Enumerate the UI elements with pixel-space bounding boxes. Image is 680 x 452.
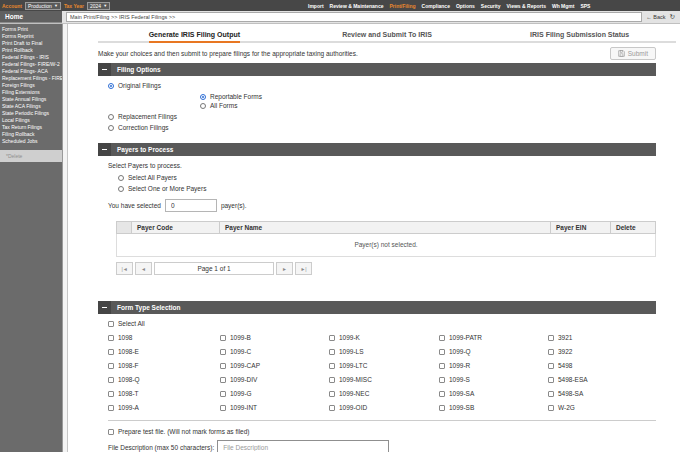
tab-iris-filing-submission-status[interactable]: IRIS Filing Submission Status (483, 27, 676, 41)
selected-count-suffix: payer(s). (221, 202, 247, 209)
menu-security[interactable]: Security (481, 3, 501, 9)
form-type-1099-b[interactable]: 1099-B (220, 334, 329, 341)
form-type-3922[interactable]: 3922 (548, 348, 656, 355)
sidebar-item-filing-extensions[interactable]: Filing Extensions (0, 89, 62, 96)
content: Generate IRIS Filing OutputReview and Su… (68, 24, 680, 452)
menu-compliance[interactable]: Compliance (422, 3, 450, 9)
form-type-1099-cap[interactable]: 1099-CAP (220, 362, 329, 369)
form-type-1099-sa[interactable]: 1099-SA (439, 390, 548, 397)
form-type-3921[interactable]: 3921 (548, 334, 656, 341)
form-type-1099-s[interactable]: 1099-S (439, 376, 548, 383)
form-type-1099-a[interactable]: 1099-A (108, 404, 220, 411)
file-description-input[interactable] (217, 440, 389, 452)
form-type-label: 1099-Q (449, 348, 471, 355)
menu-sps[interactable]: SPS (580, 3, 590, 9)
form-type-1098-q[interactable]: 1098-Q (108, 376, 220, 383)
sidebar-item-print-rollback[interactable]: Print Rollback (0, 47, 62, 54)
form-type-5498-sa[interactable]: 5498-SA (548, 390, 656, 397)
sidebar-item-forms-reprint[interactable]: Forms Reprint (0, 33, 62, 40)
sidebar-item-state-aca-filings[interactable]: State ACA Filings (0, 103, 62, 110)
sidebar-item-tax-return-filings[interactable]: Tax Return Filings (0, 124, 62, 131)
refresh-icon[interactable]: ↻ (670, 12, 675, 22)
checkbox-icon (108, 377, 114, 383)
form-type-1099-ls[interactable]: 1099-LS (329, 348, 439, 355)
sidebar-item-state-annual-filings[interactable]: State Annual Filings (0, 96, 62, 103)
menu-import[interactable]: Import (308, 3, 324, 9)
form-type-1099-q[interactable]: 1099-Q (439, 348, 548, 355)
tax-year-select[interactable]: 2024 ▼ (87, 2, 110, 10)
form-type-label: 1099-NEC (339, 390, 369, 397)
sidebar-item-foreign-filings[interactable]: Foreign Filings (0, 82, 62, 89)
form-type-1099-sb[interactable]: 1099-SB (439, 404, 548, 411)
radio-correction-filings[interactable]: Correction Filings (108, 124, 656, 131)
account-select-value: Production (28, 3, 52, 9)
form-type-1099-k[interactable]: 1099-K (329, 334, 439, 341)
menu-review-maintenance[interactable]: Review & Maintenance (330, 3, 384, 9)
radio-replacement-filings[interactable]: Replacement Filings (108, 113, 656, 120)
tab-bar: Generate IRIS Filing OutputReview and Su… (98, 27, 676, 43)
sidebar-item-scheduled-jobs[interactable]: Scheduled Jobs (0, 138, 62, 145)
checkbox-prepare-test-file[interactable]: Prepare test file. (Will not mark forms … (108, 428, 656, 435)
sidebar-item-forms-print[interactable]: Forms Print (0, 26, 62, 33)
sidebar-item-print-draft-to-final[interactable]: Print Draft to Final (0, 40, 62, 47)
form-type-1099-misc[interactable]: 1099-MISC (329, 376, 439, 383)
selected-count-input[interactable] (165, 199, 217, 212)
last-page-button[interactable]: ►| (295, 262, 312, 275)
sidebar-item-federal-filings-fire-w-2[interactable]: Federal Filings- FIRE/W-2 (0, 61, 62, 68)
account-select[interactable]: Production ▼ (25, 2, 61, 10)
next-page-button[interactable]: ► (276, 262, 293, 275)
radio-original-filings[interactable]: Original Filings (108, 82, 656, 89)
first-page-button[interactable]: |◄ (116, 262, 133, 275)
form-type-1099-int[interactable]: 1099-INT (220, 404, 329, 411)
chevron-down-icon: ▼ (54, 3, 58, 8)
back-button[interactable]: ← Back (646, 14, 665, 20)
sidebar-item-federal-filings-iris[interactable]: Federal Filings - IRIS (0, 54, 62, 61)
menu-print-filing[interactable]: Print/Filing (389, 3, 415, 9)
radio-select-all-payers[interactable]: Select All Payers (118, 174, 656, 181)
sidebar-item-filing-rollback[interactable]: Filing Rollback (0, 131, 62, 138)
prev-page-button[interactable]: ◄ (135, 262, 152, 275)
column-header-payer-name: Payer Name (220, 222, 551, 233)
form-type-1099-g[interactable]: 1099-G (220, 390, 329, 397)
form-type-1099-patr[interactable]: 1099-PATR (439, 334, 548, 341)
menu-options[interactable]: Options (456, 3, 475, 9)
form-type-1099-div[interactable]: 1099-DIV (220, 376, 329, 383)
original-filings-subgroup: Reportable Forms All Forms (200, 93, 656, 109)
radio-select-one-or-more-payers[interactable]: Select One or More Payers (118, 185, 656, 192)
sidebar-header-home[interactable]: Home (0, 11, 62, 23)
back-arrow-icon: ← (646, 14, 652, 20)
form-type-label: 1099-MISC (339, 376, 372, 383)
radio-all-forms[interactable]: All Forms (200, 102, 656, 109)
collapse-icon[interactable] (98, 301, 111, 314)
form-type-5498[interactable]: 5498 (548, 362, 656, 369)
form-type-1098-f[interactable]: 1098-F (108, 362, 220, 369)
checkbox-select-all[interactable]: Select All (108, 320, 656, 327)
sidebar-item-state-periodic-filings[interactable]: State Periodic Filings (0, 110, 62, 117)
form-type-1099-nec[interactable]: 1099-NEC (329, 390, 439, 397)
menu-views-reports[interactable]: Views & Reports (507, 3, 546, 9)
tab-generate-iris-filing-output[interactable]: Generate IRIS Filing Output (98, 27, 291, 41)
radio-reportable-forms[interactable]: Reportable Forms (200, 93, 656, 100)
form-type-1098-t[interactable]: 1098-T (108, 390, 220, 397)
form-type-label: 5498-SA (558, 390, 583, 397)
collapse-icon[interactable] (98, 63, 111, 76)
form-type-1098[interactable]: 1098 (108, 334, 220, 341)
form-type-w-2g[interactable]: W-2G (548, 404, 656, 411)
form-type-1098-e[interactable]: 1098-E (108, 348, 220, 355)
sidebar-item-federal-filings-aca[interactable]: Federal Filings- ACA (0, 68, 62, 75)
form-type-1099-r[interactable]: 1099-R (439, 362, 548, 369)
tab-review-and-submit-to-iris[interactable]: Review and Submit To IRIS (291, 27, 484, 41)
checkbox-icon (439, 363, 445, 369)
submit-button[interactable]: Submit (610, 47, 656, 60)
form-type-label: 3922 (558, 348, 572, 355)
menu-wh-mgmt[interactable]: Wh Mgmt (552, 3, 575, 9)
form-type-5498-esa[interactable]: 5498-ESA (548, 376, 656, 383)
form-type-label: 1098-T (118, 390, 139, 397)
form-type-1099-oid[interactable]: 1099-OID (329, 404, 439, 411)
sidebar-item-local-filings[interactable]: Local Filings (0, 117, 62, 124)
collapse-icon[interactable] (98, 143, 111, 156)
form-type-1099-c[interactable]: 1099-C (220, 348, 329, 355)
payers-body: Select Payers to process. Select All Pay… (98, 156, 656, 281)
sidebar-item-replacement-filings-fire[interactable]: Replacement Filings - FIRE (0, 75, 62, 82)
form-type-1099-ltc[interactable]: 1099-LTC (329, 362, 439, 369)
